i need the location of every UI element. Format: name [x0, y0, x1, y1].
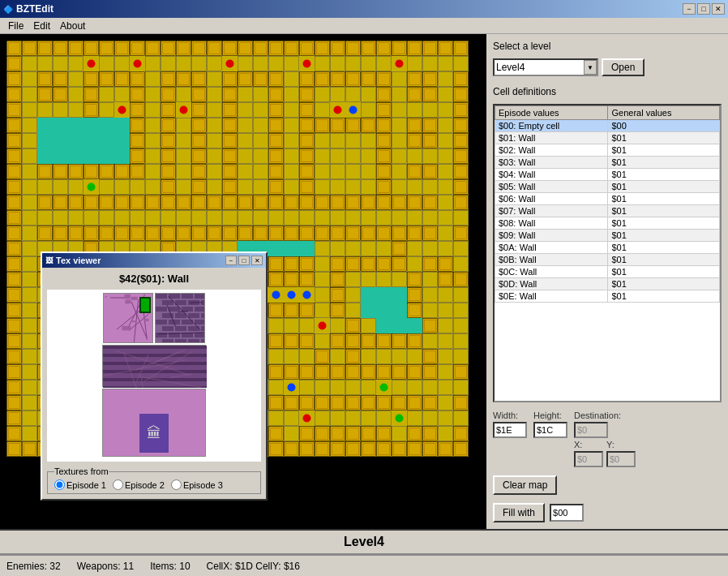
cell-episode-value: $0B: Wall [495, 254, 608, 266]
table-row[interactable]: $01: Wall$01 [495, 132, 720, 144]
cell-episode-value: $06: Wall [495, 193, 608, 205]
radio-ep1[interactable] [54, 479, 65, 490]
table-row[interactable]: $05: Wall$01 [495, 181, 720, 193]
tex-minimize-button[interactable]: − [225, 256, 237, 265]
y-input[interactable] [606, 451, 636, 467]
tex-tile-1[interactable] [103, 293, 153, 343]
x-group: X: [574, 440, 603, 467]
tex-row-2 [102, 345, 206, 387]
cell-general-value: $01 [608, 278, 720, 290]
tex-row-1 [103, 293, 205, 343]
destination-label: Destination: [574, 411, 636, 420]
app-icon: 🔷 [3, 5, 13, 14]
table-row[interactable]: $08: Wall$01 [495, 217, 720, 230]
cell-episode-value: $00: Empty cell [495, 120, 608, 132]
title-bar: 🔷 BZTEdit − □ ✕ [0, 0, 728, 18]
select-level-label: Select a level [493, 41, 722, 52]
menu-file[interactable]: File [3, 19, 28, 33]
y-label: Y: [606, 440, 636, 449]
tex-tile-wide[interactable] [102, 345, 206, 387]
table-row[interactable]: $00: Empty cell$00 [495, 120, 720, 132]
table-row[interactable]: $02: Wall$01 [495, 144, 720, 157]
cell-general-value: $01 [608, 193, 720, 205]
level-dropdown-wrapper[interactable]: Level4 ▼ [493, 58, 598, 76]
weapons-count: Weapons: 11 [77, 561, 135, 572]
cell-general-value: $01 [608, 230, 720, 242]
cell-table: Episode values General values $00: Empty… [495, 105, 720, 303]
items-count: Items: 10 [150, 561, 190, 572]
cell-episode-value: $0A: Wall [495, 242, 608, 254]
tex-image-area: 🏛 [47, 290, 261, 462]
cell-general-value: $01 [608, 181, 720, 193]
table-row[interactable]: $04: Wall$01 [495, 169, 720, 181]
cell-episode-value: $0C: Wall [495, 266, 608, 278]
minimize-button[interactable]: − [683, 3, 696, 15]
table-row[interactable]: $0B: Wall$01 [495, 254, 720, 266]
dims-row: Width: Height: Destination: X: Y: [493, 411, 722, 467]
height-input[interactable] [533, 422, 567, 438]
destination-input[interactable] [574, 422, 608, 438]
cell-episode-value: $09: Wall [495, 230, 608, 242]
level-select[interactable]: Level4 [493, 58, 598, 76]
tex-from-group: Textures from Episode 1 Episode 2 Episod… [47, 466, 261, 494]
col-header-general: General values [608, 106, 720, 120]
width-input[interactable] [493, 422, 527, 438]
cell-defs-label: Cell definitions [493, 86, 722, 97]
y-group: Y: [606, 440, 636, 467]
fill-value-input[interactable] [550, 504, 584, 522]
cell-table-scroll[interactable]: Episode values General values $00: Empty… [495, 105, 720, 341]
cell-coords: CellX: $1D CellY: $16 [207, 561, 300, 572]
table-row[interactable]: $0A: Wall$01 [495, 242, 720, 254]
radio-ep3-text: Episode 3 [183, 480, 223, 490]
table-row[interactable]: $06: Wall$01 [495, 193, 720, 205]
open-button[interactable]: Open [602, 58, 644, 76]
cell-episode-value: $08: Wall [495, 217, 608, 230]
tex-cell-label: $42($01): Wall [47, 273, 261, 285]
clear-map-button[interactable]: Clear map [493, 475, 557, 495]
radio-ep1-label[interactable]: Episode 1 [54, 479, 106, 490]
cell-general-value: $01 [608, 217, 720, 230]
dropdown-arrow-icon: ▼ [584, 60, 597, 75]
maximize-button[interactable]: □ [697, 3, 710, 15]
cell-episode-value: $05: Wall [495, 181, 608, 193]
title-bar-controls: − □ ✕ [683, 3, 725, 15]
table-row[interactable]: $0C: Wall$01 [495, 266, 720, 278]
tex-close-button[interactable]: ✕ [251, 256, 263, 265]
level-select-row: Level4 ▼ Open [493, 58, 722, 76]
cell-episode-value: $04: Wall [495, 169, 608, 181]
radio-ep2-label[interactable]: Episode 2 [113, 479, 165, 490]
fill-with-button[interactable]: Fill with [493, 503, 545, 522]
close-button[interactable]: ✕ [712, 3, 725, 15]
radio-ep3[interactable] [171, 479, 182, 490]
x-input[interactable] [574, 451, 603, 467]
tex-viewer-title-bar: 🖼 Tex viewer − □ ✕ [42, 253, 266, 268]
status-bar: Enemies: 32 Weapons: 11 Items: 10 CellX:… [0, 555, 728, 576]
cell-general-value: $01 [608, 157, 720, 169]
col-header-episode: Episode values [495, 106, 608, 120]
tex-viewer-dialog: 🖼 Tex viewer − □ ✕ $42($01): Wall [41, 251, 268, 501]
radio-ep2[interactable] [113, 479, 123, 490]
table-row[interactable]: $03: Wall$01 [495, 157, 720, 169]
menu-edit[interactable]: Edit [28, 19, 55, 33]
radio-ep3-label[interactable]: Episode 3 [171, 479, 223, 490]
table-row[interactable]: $0D: Wall$01 [495, 278, 720, 290]
cell-episode-value: $03: Wall [495, 157, 608, 169]
tex-icon-shape: 🏛 [139, 414, 169, 453]
tex-tile-bottom[interactable]: 🏛 [102, 389, 206, 457]
width-label: Width: [493, 411, 527, 420]
table-row[interactable]: $09: Wall$01 [495, 230, 720, 242]
height-group: Height: [533, 411, 567, 438]
cell-episode-value: $07: Wall [495, 205, 608, 217]
table-row[interactable]: $0E: Wall$01 [495, 290, 720, 303]
menu-about[interactable]: About [55, 19, 90, 33]
xy-row: X: Y: [574, 440, 636, 467]
tex-tile-2[interactable] [155, 293, 205, 343]
width-group: Width: [493, 411, 527, 438]
table-row[interactable]: $07: Wall$01 [495, 205, 720, 217]
tex-maximize-button[interactable]: □ [238, 256, 250, 265]
cell-general-value: $01 [608, 290, 720, 303]
destination-group: Destination: X: Y: [574, 411, 636, 467]
tex-viewer-controls: − □ ✕ [225, 256, 263, 265]
cell-general-value: $01 [608, 205, 720, 217]
menu-bar: File Edit About [0, 18, 728, 34]
